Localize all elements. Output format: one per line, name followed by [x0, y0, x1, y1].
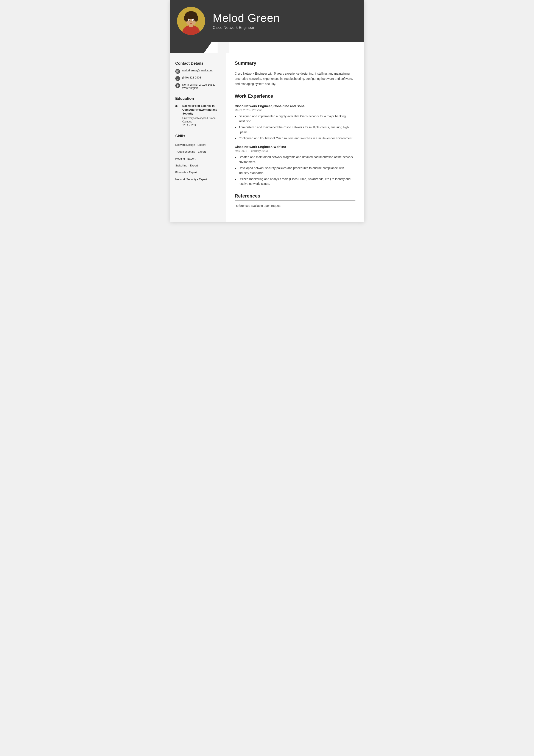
job-title: Cisco Network Engineer, Considine and So…	[235, 104, 355, 108]
email-link[interactable]: melodgreen@gmail.com	[182, 69, 213, 72]
main-content: Summary Cisco Network Engineer with 5 ye…	[226, 53, 364, 222]
education-item: Bachelor's of Science in Computer Networ…	[175, 104, 221, 127]
avatar-wrapper	[177, 7, 205, 35]
work-experience-title: Work Experience	[235, 94, 355, 101]
education-section: Education Bachelor's of Science in Compu…	[175, 96, 221, 127]
skill-item: Troubleshooting - Expert	[175, 148, 221, 155]
jobs-list: Cisco Network Engineer, Considine and So…	[235, 104, 355, 186]
edu-school: University of Maryland Global Campus	[183, 117, 221, 124]
job-title: Cisco Network Engineer, Wolf Inc	[235, 145, 355, 148]
resume-header: Melod Green Cisco Network Engineer	[170, 0, 364, 42]
job-bullet-item: Utilized monitoring and analysis tools (…	[235, 176, 355, 186]
avatar	[177, 7, 205, 35]
skill-item: Network Design - Expert	[175, 142, 221, 148]
skill-item: Firewalls - Expert	[175, 169, 221, 176]
chevron-dark	[170, 42, 217, 53]
phone-icon	[175, 76, 180, 81]
header-name: Melod Green	[213, 12, 355, 24]
email-icon	[175, 69, 180, 74]
contact-email-item: melodgreen@gmail.com	[175, 69, 221, 74]
references-title: References	[235, 193, 355, 201]
job-dates: May 2021 - February 2023	[235, 149, 355, 152]
job-item: Cisco Network Engineer, Wolf IncMay 2021…	[235, 145, 355, 186]
header-info: Melod Green Cisco Network Engineer	[213, 12, 355, 30]
edu-bullet	[175, 105, 177, 107]
phone-text: (540) 823 2903	[182, 76, 201, 79]
location-icon	[175, 83, 180, 88]
references-text: References available upon request	[235, 204, 355, 207]
contact-section-title: Contact Details	[175, 61, 221, 66]
skills-list: Network Design - ExpertTroubleshooting -…	[175, 142, 221, 183]
contact-location-item: North Wilfrid, 24125-5053, West Virginia	[175, 83, 221, 90]
svg-rect-14	[176, 70, 179, 72]
skills-section-title: Skills	[175, 134, 221, 138]
chevron-spacer	[217, 42, 229, 53]
svg-point-10	[189, 20, 190, 21]
address-line1: North Wilfrid, 24125-5053,	[182, 83, 215, 86]
summary-section: Summary Cisco Network Engineer with 5 ye…	[235, 60, 355, 87]
edu-degree: Bachelor's of Science in Computer Networ…	[183, 104, 221, 116]
svg-point-11	[192, 20, 194, 21]
education-section-title: Education	[175, 96, 221, 101]
job-item: Cisco Network Engineer, Considine and So…	[235, 104, 355, 141]
job-dates: March 2023 - Present	[235, 108, 355, 112]
work-experience-section: Work Experience Cisco Network Engineer, …	[235, 94, 355, 186]
references-section: References References available upon req…	[235, 193, 355, 207]
job-bullet-item: Configured and troubleshot Cisco routers…	[235, 136, 355, 141]
svg-point-7	[186, 12, 196, 17]
avatar-svg	[177, 7, 205, 35]
address-block: North Wilfrid, 24125-5053, West Virginia	[182, 83, 215, 90]
edu-content: Bachelor's of Science in Computer Networ…	[180, 104, 221, 127]
contact-phone-item: (540) 823 2903	[175, 76, 221, 81]
svg-rect-13	[188, 27, 195, 31]
resume-container: Melod Green Cisco Network Engineer Conta…	[170, 0, 364, 222]
job-bullet-item: Designed and implemented a highly availa…	[235, 114, 355, 123]
address-line2: West Virginia	[182, 86, 215, 90]
job-bullet-item: Administered and maintained the Cisco ne…	[235, 125, 355, 135]
edu-years: 2017 - 2021	[183, 124, 221, 127]
chevron-light	[229, 42, 364, 53]
skills-section: Skills Network Design - ExpertTroublesho…	[175, 134, 221, 183]
skill-item: Network Security - Expert	[175, 176, 221, 183]
svg-point-15	[177, 85, 178, 86]
summary-text: Cisco Network Engineer with 5 years expe…	[235, 71, 355, 87]
sidebar: Contact Details melodgreen@gmail.com	[170, 53, 226, 222]
summary-title: Summary	[235, 60, 355, 68]
skill-item: Switching - Expert	[175, 162, 221, 169]
header-title: Cisco Network Engineer	[213, 25, 355, 30]
chevron-transition	[170, 42, 364, 53]
job-bullets: Created and maintained network diagrams …	[235, 155, 355, 186]
job-bullets: Designed and implemented a highly availa…	[235, 114, 355, 141]
job-bullet-item: Created and maintained network diagrams …	[235, 155, 355, 164]
contact-section: Contact Details melodgreen@gmail.com	[175, 61, 221, 90]
body-container: Contact Details melodgreen@gmail.com	[170, 53, 364, 222]
skill-item: Routing - Expert	[175, 155, 221, 162]
job-bullet-item: Developed network security policies and …	[235, 166, 355, 175]
svg-point-12	[191, 21, 192, 22]
